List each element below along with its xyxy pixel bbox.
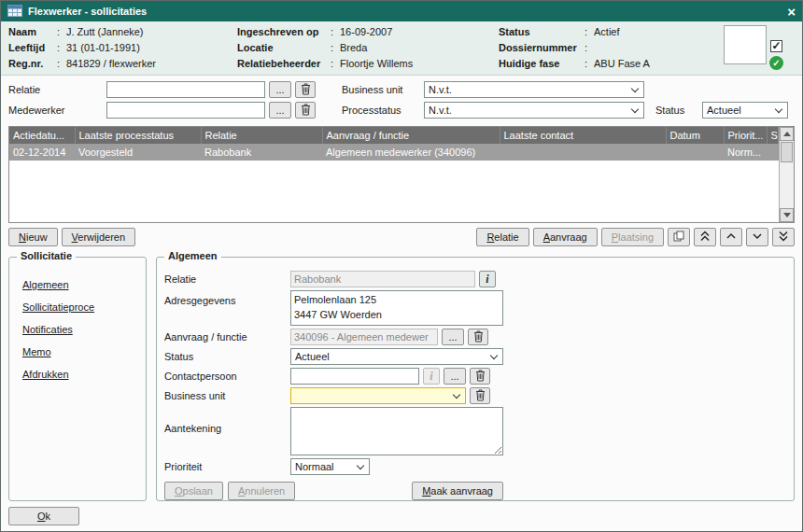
adresgegevens-label: Adresgegevens (164, 290, 290, 309)
form-group-title: Algemeen (164, 250, 221, 261)
info-label: Relatiebeheerder (237, 56, 331, 72)
flag-checkbox[interactable]: ✓ (770, 40, 782, 52)
prioriteit-label: Prioriteit (164, 458, 290, 475)
contactpersoon-browse-button[interactable]: ... (444, 368, 466, 385)
status-select[interactable]: Actueel (290, 348, 503, 365)
nav-item-algemeen[interactable]: Algemeen (22, 279, 133, 290)
info-label: Dossiernummer (499, 40, 585, 56)
aanvraag-browse-button[interactable]: ... (442, 329, 464, 345)
info-label: Huidige fase (499, 56, 585, 72)
close-icon[interactable]: × (787, 5, 796, 19)
nav-item-notificaties[interactable]: Notificaties (22, 324, 133, 335)
aanvraag-functie-field[interactable] (290, 329, 438, 345)
scroll-down-button[interactable] (746, 228, 768, 246)
contactpersoon-field[interactable] (290, 368, 419, 385)
column-header-datum[interactable]: Datum (666, 127, 724, 144)
open-detail-button[interactable] (668, 228, 690, 246)
relatie-browse-button[interactable]: ... (269, 81, 291, 98)
aanvraag-clear-button[interactable] (468, 329, 488, 345)
column-header-processtatus[interactable]: Laatste processtatus (75, 127, 201, 144)
processtatus-filter-select[interactable]: N.v.t. (424, 102, 644, 119)
trash-icon (473, 330, 484, 344)
opslaan-button[interactable]: Opslaan (164, 482, 223, 500)
button-label: Relatie (486, 231, 518, 243)
scroll-up-button[interactable] (720, 228, 742, 246)
info-column-2: Ingeschreven op:16-09-2007 Locatie:Breda… (237, 25, 499, 71)
sollicitatie-nav-group: Sollicitatie Algemeen Sollicitatieproce … (8, 257, 147, 501)
colon: : (585, 56, 594, 72)
cell-datum (666, 144, 724, 161)
verwijderen-button[interactable]: Verwijderen (62, 228, 135, 246)
relatie-label: Relatie (164, 271, 290, 287)
medewerker-clear-button[interactable] (295, 102, 316, 119)
form-button-row: Opslaan Annuleren Maak aanvraag (164, 482, 503, 500)
colon: : (331, 40, 340, 56)
action-bar: Nieuw Verwijderen Relatie Aanvraag Plaat… (1, 223, 802, 251)
prioriteit-select[interactable]: Normaal (290, 458, 370, 475)
medewerker-browse-button[interactable]: ... (269, 102, 291, 119)
column-header-aanvraag[interactable]: Aanvraag / functie (322, 127, 500, 144)
form-grid: Relatie i Adresgegevens Pelmolenlaan 125… (164, 271, 786, 500)
person-info-panel: Naam:J. Zutt (Janneke) Leeftijd:31 (01-0… (1, 21, 802, 76)
vertical-scrollbar[interactable] (779, 127, 794, 222)
nav-item-afdrukken[interactable]: Afdrukken (22, 369, 133, 380)
info-column-3: Status:Actief Dossiernummer: Huidige fas… (499, 25, 724, 71)
status-filter-select[interactable]: Actueel (702, 102, 788, 119)
contactpersoon-info-button[interactable]: i (423, 368, 440, 385)
status-filter-label: Status (655, 102, 702, 119)
colon: : (585, 24, 594, 40)
relatie-clear-button[interactable] (295, 81, 316, 98)
scroll-top-button[interactable] (694, 228, 716, 246)
nav-group-title: Sollicitatie (17, 250, 76, 261)
aanvraag-button[interactable]: Aanvraag (533, 228, 598, 246)
scroll-bottom-button[interactable] (772, 228, 795, 246)
trash-icon (301, 104, 311, 118)
plaatsing-button[interactable]: Plaatsing (601, 228, 664, 246)
scroll-down-arrow[interactable] (780, 208, 794, 222)
grid-body: Actiedatu... Laatste processtatus Relati… (9, 127, 779, 222)
info-value: Actief (594, 24, 724, 40)
column-header-laatste-contact[interactable]: Laatste contact (500, 127, 666, 144)
chevron-down-icon (490, 352, 498, 359)
column-header-prioriteit[interactable]: Priorit... (724, 127, 767, 144)
button-label: Plaatsing (612, 231, 654, 243)
business-unit-select[interactable] (290, 387, 466, 404)
double-chevron-down-icon (778, 231, 789, 244)
selected-value: Actueel (295, 351, 330, 362)
aantekening-field[interactable] (290, 407, 503, 455)
annuleren-button[interactable]: Annuleren (228, 482, 295, 500)
relatie-button[interactable]: Relatie (476, 228, 528, 246)
business-unit-clear-button[interactable] (470, 387, 490, 404)
cell-processtatus: Voorgesteld (75, 144, 201, 161)
ellipsis-label: ... (275, 84, 284, 95)
footer: Ok (1, 503, 802, 531)
relatie-field[interactable] (290, 271, 475, 287)
column-header-relatie[interactable]: Relatie (201, 127, 322, 144)
medewerker-filter-input[interactable] (106, 102, 265, 119)
chevron-down-icon (631, 85, 639, 92)
colon: : (57, 56, 66, 72)
scrollbar-thumb[interactable] (781, 142, 793, 162)
relatie-filter-input[interactable] (106, 81, 265, 98)
scroll-up-arrow[interactable] (780, 127, 794, 141)
ok-button[interactable]: Ok (8, 507, 79, 525)
table-row[interactable]: 02-12-2014 Voorgesteld Rabobank Algemeen… (9, 144, 779, 161)
business-unit-filter-select[interactable]: N.v.t. (424, 81, 644, 98)
adresgegevens-field: Pelmolenlaan 125 3447 GW Woerden (290, 290, 503, 326)
chevron-up-icon (726, 231, 737, 244)
photo-placeholder (724, 25, 767, 64)
maak-aanvraag-button[interactable]: Maak aanvraag (412, 482, 503, 500)
relatie-info-button[interactable]: i (479, 271, 496, 287)
info-value (594, 40, 724, 56)
column-header-s[interactable]: S (767, 127, 779, 144)
nav-item-memo[interactable]: Memo (22, 346, 133, 357)
column-header-actiedatum[interactable]: Actiedatu... (9, 127, 75, 144)
chevron-down-icon (357, 462, 364, 469)
button-label: Maak aanvraag (422, 485, 493, 497)
trash-icon (475, 389, 486, 403)
info-label: Reg.nr. (8, 56, 57, 72)
nieuw-button[interactable]: Nieuw (8, 228, 58, 246)
trash-icon (475, 370, 486, 384)
contactpersoon-clear-button[interactable] (470, 368, 490, 385)
nav-item-sollicitatieprocedure[interactable]: Sollicitatieproce (22, 301, 133, 313)
